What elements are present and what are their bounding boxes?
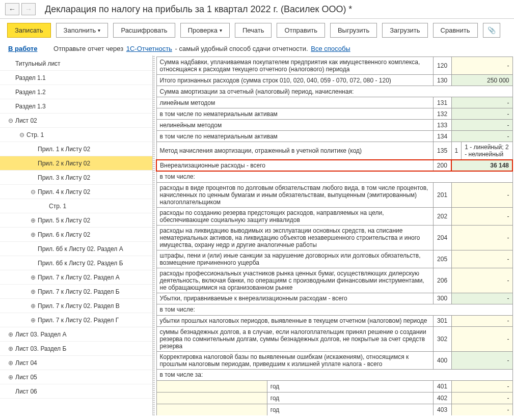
tree-label: Лист 06 xyxy=(15,388,37,395)
row-400-val[interactable]: - xyxy=(451,351,512,369)
row-202-desc: расходы по созданию резерва предстоящих … xyxy=(156,207,433,225)
status-bar: В работе Отправьте отчет через 1С-Отчетн… xyxy=(0,42,514,55)
row-131-val[interactable]: - xyxy=(451,97,512,108)
row-403-yearval[interactable] xyxy=(157,404,267,415)
oc-link[interactable]: 1С-Отчетность xyxy=(126,45,172,52)
tree-item[interactable]: Раздел 1.1 xyxy=(0,71,152,85)
tree-item[interactable]: ⊕Лист 05 xyxy=(0,370,152,384)
row-204-val[interactable]: - xyxy=(451,225,512,250)
incl3-header: в том числе за: xyxy=(156,369,512,380)
expand-icon[interactable]: ⊕ xyxy=(30,302,37,310)
row-400-code: 400 xyxy=(433,351,451,369)
all-ways-link[interactable]: Все способы xyxy=(311,45,350,52)
collapse-icon[interactable]: ⊖ xyxy=(18,131,25,138)
row-130-val[interactable]: 250 000 xyxy=(451,75,512,86)
row-201-code: 201 xyxy=(433,182,451,207)
tree-label: Стр. 1 xyxy=(26,131,44,138)
row-205-code: 205 xyxy=(433,250,451,268)
row-200-code: 200 xyxy=(433,160,451,171)
back-button[interactable]: ← xyxy=(5,3,19,15)
expand-icon[interactable]: ⊕ xyxy=(30,217,37,224)
tree-label: Стр. 1 xyxy=(49,203,66,210)
send-button[interactable]: Отправить xyxy=(277,23,324,38)
tree-item[interactable]: ⊕Прил. 7 к Листу 02. Раздел Б xyxy=(0,285,152,299)
row-401-val[interactable]: - xyxy=(451,380,512,392)
row-134-val[interactable]: - xyxy=(451,131,512,142)
expand-icon[interactable]: ⊕ xyxy=(7,359,14,367)
row-202-val[interactable]: - xyxy=(451,207,512,225)
row-401-code: 401 xyxy=(433,380,451,392)
row-300-val[interactable]: - xyxy=(451,293,512,304)
tree-item[interactable]: Раздел 1.3 xyxy=(0,99,152,114)
row-403-val[interactable]: - xyxy=(451,404,512,415)
print-button[interactable]: Печать xyxy=(235,23,272,38)
row-206-val[interactable]: - xyxy=(451,268,512,293)
tree-label: Лист 02 xyxy=(15,117,37,124)
row-120-val[interactable]: - xyxy=(451,57,512,75)
row-402-val[interactable]: - xyxy=(451,392,512,404)
row-401-yearval[interactable] xyxy=(157,381,267,392)
row-302-val[interactable]: - xyxy=(451,326,512,351)
expand-icon[interactable]: ⊕ xyxy=(30,231,37,238)
status-link[interactable]: В работе xyxy=(8,45,37,52)
tree-item[interactable]: ⊕Лист 03. Раздел А xyxy=(0,327,152,342)
decode-button[interactable]: Расшифровать xyxy=(113,23,175,38)
expand-icon[interactable]: ⊕ xyxy=(30,274,37,281)
row-403-code: 403 xyxy=(433,404,451,415)
row-301-desc: убытки прошлых налоговых периодов, выявл… xyxy=(156,315,433,326)
row-206-code: 206 xyxy=(433,268,451,293)
tree-item[interactable]: Лист 06 xyxy=(0,384,152,399)
row-401-desc: год xyxy=(156,380,433,392)
row-402-yearval[interactable] xyxy=(157,393,267,404)
row-205-val[interactable]: - xyxy=(451,250,512,268)
tree-label: Лист 04 xyxy=(15,359,37,367)
row-133-val[interactable]: - xyxy=(451,120,512,131)
tree-item[interactable]: Прил. 1 к Листу 02 xyxy=(0,142,152,156)
tree-item[interactable]: ⊖Прил. 4 к Листу 02 xyxy=(0,185,152,199)
tree-item[interactable]: ⊕Прил. 6 к Листу 02 xyxy=(0,228,152,242)
tree-item[interactable]: Прил. 6б к Листу 02. Раздел Б xyxy=(0,256,152,270)
tree-label: Лист 03. Раздел Б xyxy=(15,345,66,352)
write-button[interactable]: Записать xyxy=(7,23,51,38)
tree-item[interactable]: ⊕Прил. 5 к Листу 02 xyxy=(0,213,152,228)
collapse-icon[interactable]: ⊖ xyxy=(30,188,37,195)
forward-button[interactable]: → xyxy=(21,3,36,15)
row-201-val[interactable]: - xyxy=(451,182,512,207)
expand-icon[interactable]: ⊕ xyxy=(30,317,37,324)
toolbar: Записать Заполнить▾ Расшифровать Проверк… xyxy=(0,19,514,42)
collapse-icon[interactable]: ⊖ xyxy=(7,117,14,124)
tree-item[interactable]: Раздел 1.2 xyxy=(0,85,152,99)
tree-item[interactable]: Титульный лист xyxy=(0,57,152,71)
tree-item[interactable]: Прил. 3 к Листу 02 xyxy=(0,171,152,185)
export-button[interactable]: Выгрузить xyxy=(330,23,377,38)
expand-icon[interactable]: ⊕ xyxy=(7,345,14,352)
fill-button[interactable]: Заполнить▾ xyxy=(56,23,109,38)
attach-button[interactable]: 📎 xyxy=(483,23,500,38)
row-132-val[interactable]: - xyxy=(451,108,512,120)
tree-item[interactable]: ⊕Прил. 7 к Листу 02. Раздел В xyxy=(0,299,152,313)
tree-item[interactable]: ⊕Лист 04 xyxy=(0,356,152,370)
import-button[interactable]: Загрузить xyxy=(382,23,427,38)
tree-label: Прил. 7 к Листу 02. Раздел Г xyxy=(38,317,119,324)
tree-item[interactable]: Прил. 2 к Листу 02 xyxy=(0,156,152,171)
expand-icon[interactable]: ⊕ xyxy=(30,288,37,295)
row-200-val[interactable]: 36 148 xyxy=(451,160,512,171)
tree-item[interactable]: ⊕Прил. 7 к Листу 02. Раздел Г xyxy=(0,313,152,327)
year-label-403: год xyxy=(267,404,432,415)
tree-item[interactable]: ⊖Стр. 1 xyxy=(0,128,152,142)
compare-button[interactable]: Сравнить xyxy=(433,23,478,38)
expand-icon[interactable]: ⊕ xyxy=(7,331,14,338)
tree-item[interactable]: Стр. 1 xyxy=(0,199,152,213)
row-300-code: 300 xyxy=(433,293,451,304)
check-button[interactable]: Проверка▾ xyxy=(180,23,230,38)
row-205-desc: штрафы, пени и (или) иные санкции за нар… xyxy=(156,250,433,268)
tree-label: Раздел 1.2 xyxy=(15,89,46,96)
tree-item[interactable]: ⊕Лист 03. Раздел Б xyxy=(0,342,152,356)
tree-item[interactable]: ⊖Лист 02 xyxy=(0,114,152,128)
form-content: Сумма надбавки, уплачиваемая покупателем… xyxy=(155,55,514,415)
expand-icon[interactable]: ⊕ xyxy=(7,374,14,381)
row-135-method[interactable]: 1 xyxy=(451,142,462,160)
row-301-val[interactable]: - xyxy=(451,315,512,326)
tree-item[interactable]: ⊕Прил. 7 к Листу 02. Раздел А xyxy=(0,270,152,285)
tree-item[interactable]: Прил. 6б к Листу 02. Раздел А xyxy=(0,242,152,256)
